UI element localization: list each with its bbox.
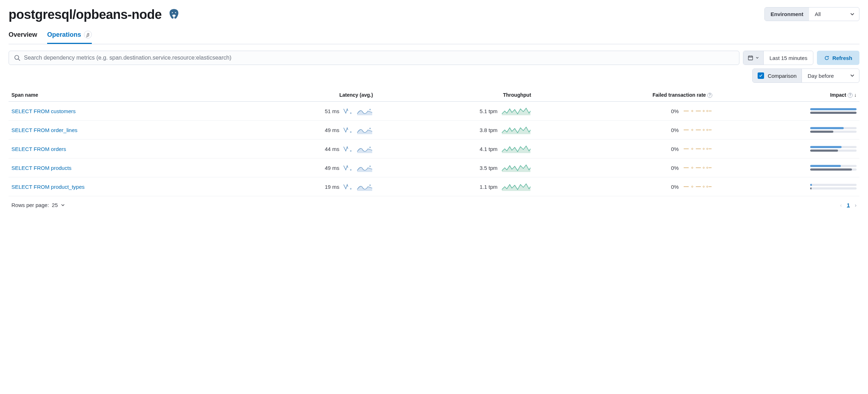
prev-page[interactable]: ‹ [840,202,842,208]
latency-cell: 49 ms [227,158,376,177]
col-latency[interactable]: Latency (avg.) [227,89,376,102]
comparison-toggle[interactable]: Comparison [753,69,802,82]
svg-point-15 [692,129,693,131]
svg-point-26 [707,148,708,150]
span-link[interactable]: SELECT FROM customers [9,102,227,121]
table-row: SELECT FROM order_lines49 ms3.8 tpm0% [9,121,859,140]
table-row: SELECT FROM customers51 ms5.1 tpm0% [9,102,859,121]
timerange-value[interactable]: Last 15 minutes [764,51,813,65]
pagination: ‹ 1 › [840,202,857,208]
latency-cell: 49 ms [227,121,376,140]
chevron-down-icon [850,12,855,17]
svg-point-17 [703,129,704,131]
svg-point-13 [370,128,371,129]
svg-point-20 [350,151,351,152]
failed-cell: 0% [534,140,715,158]
comparison-picker[interactable]: Comparison Day before [752,69,859,83]
calendar-icon[interactable] [743,51,764,65]
svg-point-10 [707,110,708,112]
help-icon[interactable]: ? [848,93,853,98]
table-footer: Rows per page: 25 ‹ 1 › [9,196,859,209]
environment-value[interactable]: All [809,7,859,21]
controls-row: Last 15 minutes Refresh [9,51,859,65]
search-icon [14,55,20,61]
rows-per-page[interactable]: Rows per page: 25 [11,202,65,208]
refresh-icon [824,55,829,61]
latency-cell: 51 ms [227,102,376,121]
throughput-cell: 3.8 tpm [376,121,534,140]
environment-picker[interactable]: Environment All [764,7,859,21]
sort-desc-icon: ↓ [854,92,857,98]
table-row: SELECT FROM product_types19 ms1.1 tpm0% [9,177,859,196]
throughput-cell: 5.1 tpm [376,102,534,121]
svg-point-0 [172,12,173,13]
comparison-row: Comparison Day before [9,69,859,83]
operations-table: Span name Latency (avg.) Throughput Fail… [9,89,859,196]
impact-cell [715,140,859,158]
chevron-down-icon [61,203,65,207]
span-link[interactable]: SELECT FROM products [9,158,227,177]
checkbox-icon [758,72,764,79]
table-row: SELECT FROM products49 ms3.5 tpm0% [9,158,859,177]
datetime-picker[interactable]: Last 15 minutes [743,51,813,65]
svg-point-1 [175,12,176,13]
tabs: Overview Operations β [9,31,859,44]
svg-point-33 [703,167,704,168]
latency-cell: 44 ms [227,140,376,158]
page-title: postgresql/opbeans-node [9,7,162,22]
tab-overview[interactable]: Overview [9,31,37,44]
svg-point-28 [350,170,351,171]
col-failed[interactable]: Failed transaction rate? [534,89,715,102]
svg-point-31 [692,167,693,168]
chevron-down-icon [850,73,855,78]
svg-point-4 [350,113,351,114]
impact-cell [715,177,859,196]
svg-point-9 [703,110,704,112]
postgresql-icon [168,8,180,21]
tab-operations[interactable]: Operations β [47,31,92,44]
beta-badge: β [84,31,92,39]
comparison-value[interactable]: Day before [802,69,859,82]
throughput-cell: 4.1 tpm [376,140,534,158]
impact-cell [715,121,859,140]
svg-point-21 [370,147,371,148]
svg-point-36 [350,188,351,190]
col-impact[interactable]: Impact?↓ [715,89,859,102]
svg-point-12 [350,132,351,133]
latency-cell: 19 ms [227,177,376,196]
throughput-cell: 3.5 tpm [376,158,534,177]
help-icon[interactable]: ? [707,93,712,98]
span-link[interactable]: SELECT FROM orders [9,140,227,158]
svg-point-18 [707,129,708,131]
svg-rect-3 [748,56,753,60]
svg-point-37 [370,185,371,186]
span-link[interactable]: SELECT FROM product_types [9,177,227,196]
col-span[interactable]: Span name [9,89,227,102]
svg-point-25 [703,148,704,150]
svg-point-34 [707,167,708,168]
failed-cell: 0% [534,121,715,140]
failed-cell: 0% [534,177,715,196]
impact-cell [715,158,859,177]
throughput-cell: 1.1 tpm [376,177,534,196]
failed-cell: 0% [534,102,715,121]
page-number[interactable]: 1 [847,202,850,208]
environment-label: Environment [765,7,809,21]
svg-point-7 [692,110,693,112]
failed-cell: 0% [534,158,715,177]
col-throughput[interactable]: Throughput [376,89,534,102]
svg-point-41 [703,186,704,187]
svg-point-39 [692,186,693,187]
search-box[interactable] [9,51,739,65]
impact-cell [715,102,859,121]
refresh-button[interactable]: Refresh [817,51,859,65]
next-page[interactable]: › [855,202,857,208]
header: postgresql/opbeans-node Environment All [9,7,859,22]
svg-point-42 [707,186,708,187]
search-input[interactable] [24,55,734,61]
table-row: SELECT FROM orders44 ms4.1 tpm0% [9,140,859,158]
svg-point-29 [370,166,371,167]
svg-point-23 [692,148,693,150]
svg-point-2 [15,55,19,59]
span-link[interactable]: SELECT FROM order_lines [9,121,227,140]
